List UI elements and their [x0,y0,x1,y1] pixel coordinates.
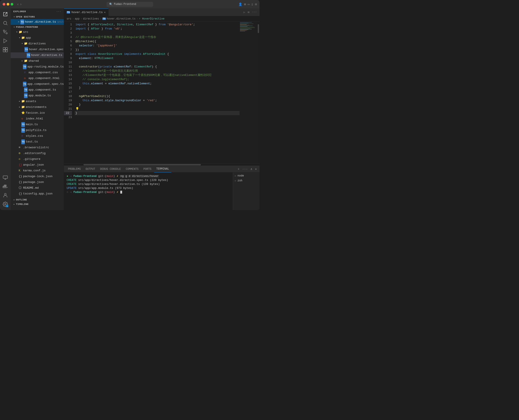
vertical-scrollbar[interactable] [257,22,259,163]
app-spec-file[interactable]: ▾ TS app.component.spec.ts [11,81,64,87]
timeline-section[interactable]: ▸ Timeline [11,202,64,206]
tsconfig-file[interactable]: ▾ {} tsconfig.app.json [11,191,64,197]
sidebar-right-icon[interactable]: ▯ [251,2,253,6]
tab-terminal[interactable]: TERMINAL [154,166,171,172]
open-editor-hover-directive[interactable]: ✕ TS hover.directive.ts src/app/direc... [11,19,64,25]
gitignore-file[interactable]: ▾ ◇ .gitignore [11,156,64,162]
assets-folder[interactable]: ▸ 📁 assets [11,98,64,104]
minimize-button[interactable] [7,3,9,6]
split-editor-icon[interactable]: ⊟ [247,10,250,15]
breadcrumb-directives[interactable]: directives [83,17,99,20]
terminal-output[interactable]: ● → fudao-frontend git:(main) ✗ ng g d d… [64,172,233,210]
tab-close-button[interactable]: ✕ [104,11,105,14]
browserslistrc-file[interactable]: ▾ ≡ .browserslistrc [11,145,64,150]
karma-conf-filename: karma.conf.js [23,168,45,173]
app-routing-file[interactable]: ▾ TS app-routing.module.ts [11,64,64,70]
search-bar[interactable]: 🔍 fudao-frontend [106,2,153,7]
code-line-14: // console.log(elementRef); [75,77,240,82]
polyfills-file[interactable]: ▾ TS polyfills.ts [11,128,64,133]
outline-arrow: ▸ [12,198,16,201]
tab-output[interactable]: OUTPUT [83,166,98,172]
breadcrumb-app[interactable]: app [75,17,80,20]
nav-back-button[interactable]: ‹ [17,2,19,6]
hover-directive-file[interactable]: ▾ TS hover.directive.ts [11,52,64,58]
app-component-filename: app.component.ts [28,88,56,92]
editorconfig-icon: ⚙ [19,151,22,156]
sidebar-header: Explorer ··· [11,8,64,15]
app-module-file[interactable]: ▾ TS app.module.ts [11,93,64,98]
code-line-6: selector: '[appHover]' [75,44,240,48]
nav-forward-button[interactable]: › [20,2,22,6]
test-ts-file[interactable]: ▾ TS test.ts [11,139,64,145]
outline-section[interactable]: ▸ Outline [11,198,64,202]
horizontal-scrollbar[interactable] [64,163,259,165]
angular-json-file[interactable]: ▾ {} angular.json [11,162,64,168]
hover-spec-file[interactable]: ▾ TS hover.directive.spec.ts [11,47,64,52]
panel-close-button[interactable]: ✕ [254,167,258,171]
more-actions-icon[interactable]: ··· [251,10,258,15]
app-html-file[interactable]: ▾ ◇ app.component.html [11,75,64,81]
breadcrumb-src[interactable]: src [67,17,71,20]
breadcrumb-file[interactable]: hover.directive.ts [107,17,136,20]
account-avatar-icon[interactable]: 👤 [238,2,242,6]
panel-collapse-button[interactable]: ∧ [249,167,253,171]
close-icon[interactable]: ✕ [18,20,20,24]
favicon-file[interactable]: ▾ ⭐ favicon.ico [11,110,64,116]
app-component-file[interactable]: ▾ TS app.component.ts [11,87,64,93]
activity-search[interactable] [1,19,9,27]
terminal-line-create1: CREATE src/app/directives/hover.directiv… [67,178,230,182]
activity-account[interactable] [1,191,9,199]
environments-folder[interactable]: ▸ 📁 environments [11,104,64,110]
karma-conf-file[interactable]: ▾ K karma.conf.js [11,168,64,174]
activity-extensions[interactable] [1,46,9,54]
shared-label: shared [28,59,39,63]
code-editor[interactable]: 1 2 3 4 5 6 7 8 9 10 11 12 13 14 15 16 1 [64,22,259,163]
close-button[interactable] [3,3,5,6]
browserslistrc-filename: .browserslistrc [23,145,49,150]
terminal-more-button[interactable]: ··· [241,167,249,171]
activity-explorer[interactable] [1,10,9,18]
app-folder[interactable]: ▾ 📁 app [11,35,64,41]
panel-layout-icon[interactable]: ▭ [248,2,249,6]
src-folder[interactable]: ▾ 📁 src [11,29,64,35]
tab-comments[interactable]: COMMENTS [123,166,141,172]
terminal-zsh[interactable]: ▷ zsh [233,178,259,183]
package-lock-file[interactable]: ▾ {} package-lock.json [11,174,64,179]
shared-folder[interactable]: ▸ 📁 shared [11,58,64,64]
activity-docker[interactable] [1,182,9,190]
sidebar-more-button[interactable]: ··· [56,10,61,13]
tab-problems[interactable]: PROBLEMS [66,166,83,172]
code-line-11: constructor(private elementRef: ElementR… [75,65,240,69]
activity-settings[interactable]: 1 [1,200,9,208]
app-folder-icon: 📁 [21,36,25,40]
activity-remote[interactable] [1,174,9,182]
tab-debug-console[interactable]: DEBUG CONSOLE [98,166,123,172]
index-html-file[interactable]: ▾ ◇ index.html [11,116,64,122]
open-editors-section[interactable]: ▾ Open Editors [11,15,64,19]
code-line-8: export class HoverDirective implements A… [75,52,240,56]
more-layout-icon[interactable]: ⊟ [255,2,257,6]
package-json-file[interactable]: ▾ {} package.json [11,179,64,185]
app-css-file[interactable]: ▾ # app.component.css [11,70,64,75]
open-editor-filename: hover.directive.ts [25,20,56,24]
code-content[interactable]: import { AfterViewInit, Directive, Eleme… [75,22,240,163]
layout-icon[interactable]: ⊞ [244,2,246,6]
new-terminal-button[interactable]: + [237,167,241,171]
svg-rect-9 [3,176,8,179]
main-ts-file[interactable]: ▾ TS main.ts [11,122,64,128]
editorconfig-file[interactable]: ▾ ⚙ .editorconfig [11,150,64,156]
panel: PROBLEMS OUTPUT DEBUG CONSOLE COMMENTS P… [64,165,259,210]
terminal-node[interactable]: ▷ node [233,173,259,178]
project-section[interactable]: ▾ FUDAO-FRONTEND [11,25,64,29]
styles-css-file[interactable]: ▾ # styles.css [11,133,64,139]
activity-source-control[interactable] [1,28,9,36]
sidebar: Explorer ··· ▾ Open Editors ✕ TS hover.d… [11,8,64,210]
run-icon[interactable]: ▷ [243,10,246,15]
tab-hover-directive[interactable]: TS hover.directive.ts ✕ [64,8,109,16]
maximize-button[interactable] [11,3,13,6]
readme-file[interactable]: ▾ ⓘ README.md [11,185,64,191]
activity-run-debug[interactable] [1,37,9,45]
directives-folder[interactable]: ▾ 📁 directives [11,41,64,47]
tab-ports[interactable]: PORTS [141,166,154,172]
code-line-23 [75,115,240,120]
